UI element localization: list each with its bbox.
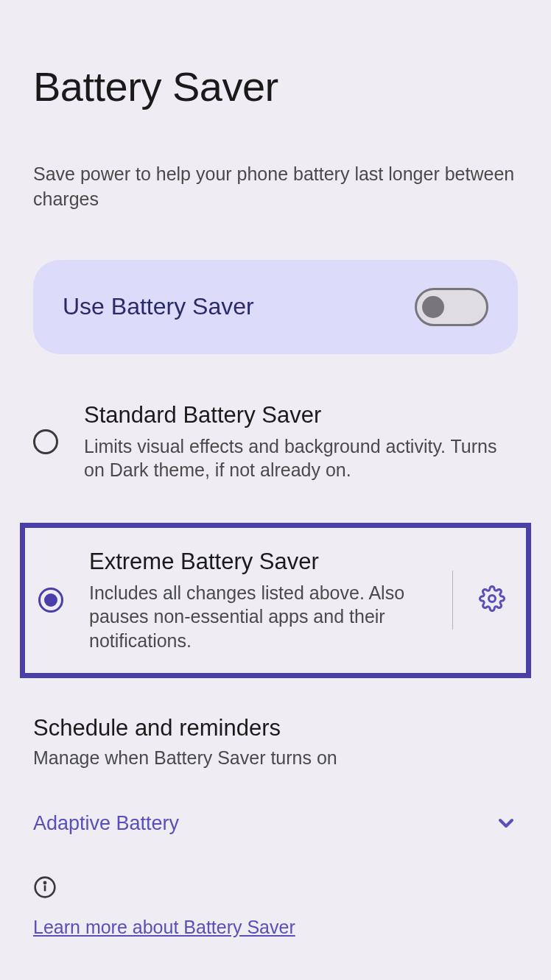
extreme-settings-button[interactable] [471,578,513,622]
standard-option-description: Limits visual effects and background act… [84,434,518,482]
svg-point-3 [44,882,46,884]
schedule-reminders-item[interactable]: Schedule and reminders Manage when Batte… [33,715,518,769]
page-title: Battery Saver [33,63,518,110]
extreme-option-description: Includes all changes listed above. Also … [89,581,419,653]
use-battery-saver-row[interactable]: Use Battery Saver [33,260,518,354]
standard-battery-saver-option[interactable]: Standard Battery Saver Limits visual eff… [33,387,518,497]
gear-icon [479,585,505,612]
radio-unselected-icon [33,429,58,454]
radio-selected-icon [38,588,63,613]
vertical-divider [452,571,453,630]
extreme-battery-saver-option[interactable]: Extreme Battery Saver Includes all chang… [20,523,531,679]
page-subtitle: Save power to help your phone battery la… [33,162,518,212]
extreme-option-title: Extreme Battery Saver [89,549,419,575]
svg-point-0 [489,596,496,602]
use-battery-saver-label: Use Battery Saver [63,293,254,320]
adaptive-battery-expandable[interactable]: Adaptive Battery [33,811,518,835]
schedule-title: Schedule and reminders [33,715,518,741]
schedule-description: Manage when Battery Saver turns on [33,747,518,769]
toggle-knob [422,296,444,318]
chevron-down-icon [494,811,518,835]
adaptive-battery-label: Adaptive Battery [33,812,179,835]
info-icon [33,875,518,902]
use-battery-saver-toggle[interactable] [415,288,488,326]
learn-more-link[interactable]: Learn more about Battery Saver [33,917,295,937]
standard-option-title: Standard Battery Saver [84,402,518,429]
